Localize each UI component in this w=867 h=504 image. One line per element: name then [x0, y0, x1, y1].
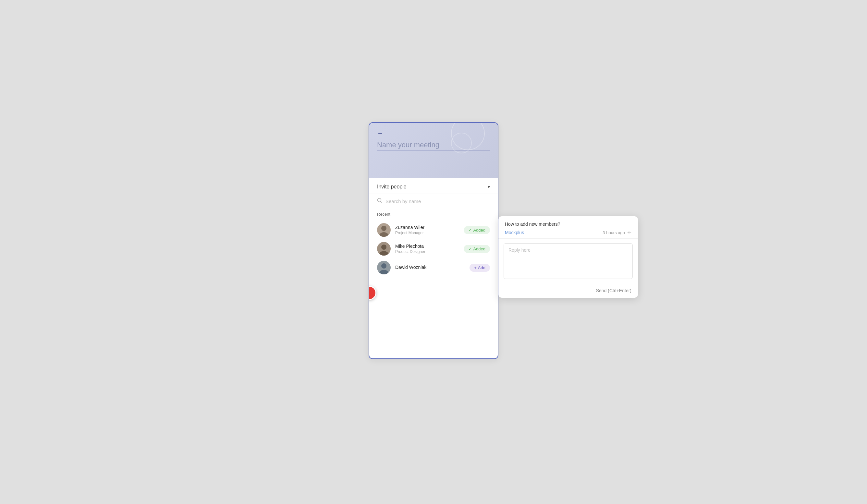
- comment-popup: How to add new members? Mockplus 3 hours…: [499, 216, 638, 298]
- list-item: Zuzanna Wiler Project Manager ✓ Added: [377, 220, 490, 239]
- person-name: Dawid Wozniak: [395, 265, 465, 270]
- meeting-name-input[interactable]: [377, 141, 490, 151]
- comment-question: How to add new members?: [505, 221, 631, 227]
- invite-panel: Invite people ▾ Recent: [369, 178, 498, 277]
- recent-section: Recent Zuzanna Wiler Project Manager: [369, 207, 498, 277]
- person-info: Dawid Wozniak: [395, 265, 465, 271]
- recent-label: Recent: [377, 212, 490, 217]
- list-item: Mike Piechota Product Designer ✓ Added: [377, 239, 490, 258]
- svg-point-0: [378, 198, 381, 202]
- person-role: Product Designer: [395, 249, 459, 254]
- comment-time-wrap: 3 hours ago ✏: [602, 230, 631, 235]
- person-info: Mike Piechota Product Designer: [395, 243, 459, 254]
- list-item: Dawid Wozniak + Add: [377, 258, 490, 277]
- plus-icon: +: [474, 265, 477, 270]
- send-button[interactable]: Send (Ctrl+Enter): [596, 288, 631, 293]
- invite-header[interactable]: Invite people ▾: [369, 178, 498, 194]
- comment-meta: Mockplus 3 hours ago ✏: [505, 230, 631, 235]
- record-button[interactable]: [368, 286, 376, 300]
- person-role: Project Manager: [395, 231, 459, 235]
- main-container: ← Invite people ▾: [304, 122, 563, 382]
- add-label: Add: [478, 265, 485, 270]
- search-input[interactable]: [385, 198, 490, 204]
- svg-line-1: [381, 202, 382, 203]
- avatar: [377, 242, 391, 255]
- invite-title: Invite people: [377, 184, 407, 190]
- comment-footer: Send (Ctrl+Enter): [499, 285, 638, 298]
- app-header: ←: [369, 123, 498, 178]
- added-badge: ✓ Added: [464, 226, 490, 234]
- comment-header: How to add new members? Mockplus 3 hours…: [499, 216, 638, 239]
- search-area: [369, 194, 498, 207]
- added-label: Added: [473, 228, 485, 232]
- app-card: ← Invite people ▾: [368, 122, 499, 359]
- person-name: Mike Piechota: [395, 243, 459, 249]
- avatar: [377, 261, 391, 274]
- person-name: Zuzanna Wiler: [395, 225, 459, 230]
- search-icon: [377, 198, 382, 204]
- avatar: [377, 223, 391, 237]
- edit-icon[interactable]: ✏: [628, 230, 631, 235]
- added-badge: ✓ Added: [464, 245, 490, 253]
- svg-point-9: [381, 263, 386, 269]
- reply-textarea[interactable]: [504, 243, 633, 279]
- svg-point-6: [381, 244, 386, 250]
- person-info: Zuzanna Wiler Project Manager: [395, 225, 459, 235]
- added-label: Added: [473, 246, 485, 251]
- check-icon: ✓: [468, 228, 472, 232]
- svg-point-3: [381, 226, 386, 231]
- comment-time: 3 hours ago: [602, 230, 625, 235]
- comment-author: Mockplus: [505, 230, 524, 235]
- check-icon: ✓: [468, 246, 472, 251]
- chevron-down-icon: ▾: [488, 184, 490, 189]
- reply-area: [499, 239, 638, 285]
- add-button[interactable]: + Add: [470, 264, 490, 272]
- back-button[interactable]: ←: [377, 129, 384, 137]
